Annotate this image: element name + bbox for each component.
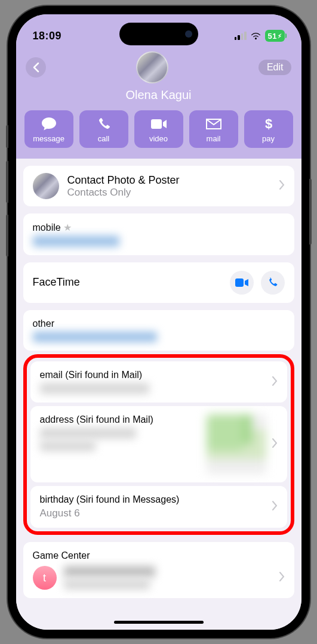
facetime-title: FaceTime <box>33 276 80 289</box>
game-center-name-redacted: xxxxxxxxxxxxxxxxxx <box>64 566 155 577</box>
contact-avatar-small <box>33 173 59 199</box>
game-center-card[interactable]: Game Center t xxxxxxxxxxxxxxxxxx xxxxxxx… <box>23 542 294 598</box>
mobile-number-redacted: XXXXX XXX XXXX <box>33 236 120 247</box>
contact-header: Edit Olena Kagui <box>16 48 301 110</box>
address-map-thumbnail <box>207 414 266 474</box>
content-scroll[interactable]: Contact Photo & Poster Contacts Only mob… <box>16 159 301 630</box>
message-button[interactable]: message <box>24 110 73 148</box>
facetime-video-button[interactable] <box>230 271 254 295</box>
chevron-right-icon <box>279 180 285 192</box>
mobile-card[interactable]: mobile ★ XXXXX XXX XXXX <box>23 213 294 255</box>
contact-avatar[interactable] <box>136 51 168 83</box>
game-center-sub-redacted: xxxxxxxxxxxxxxxxx <box>64 579 150 590</box>
siri-address-card[interactable]: address (Siri found in Mail) xxxxxxxxxxx… <box>30 406 287 482</box>
screen: 18:09 51⚡︎ Edit Ol <box>16 14 301 630</box>
phone-icon <box>267 277 279 289</box>
contact-name: Olena Kagui <box>26 88 292 102</box>
call-label: call <box>98 134 110 143</box>
action-button-row: message call video mail <box>16 110 301 159</box>
dynamic-island <box>119 23 198 45</box>
siri-birthday-value: August 6 <box>40 507 272 519</box>
chevron-right-icon <box>272 438 278 450</box>
siri-address-redacted: xxxxxxxxxxxxxxxxxxx <box>40 428 137 439</box>
photo-poster-subtitle: Contacts Only <box>67 187 271 199</box>
pay-button[interactable]: $ pay <box>244 110 293 148</box>
chevron-right-icon <box>272 501 278 513</box>
wifi-icon <box>250 32 261 40</box>
chevron-right-icon <box>279 572 285 584</box>
video-icon <box>150 116 167 132</box>
video-button[interactable]: video <box>134 110 183 148</box>
siri-address-redacted-2: xxxxxxxxxxx <box>40 441 96 452</box>
call-button[interactable]: call <box>79 110 128 148</box>
facetime-card: FaceTime <box>23 262 294 303</box>
mail-label: mail <box>207 134 221 143</box>
game-center-title: Game Center <box>33 550 285 561</box>
phone-icon <box>97 116 111 132</box>
mail-icon <box>206 116 221 132</box>
siri-email-label: email (Siri found in Mail) <box>40 370 272 380</box>
facetime-audio-button[interactable] <box>261 271 285 295</box>
message-label: message <box>33 134 64 143</box>
status-time: 18:09 <box>33 30 81 42</box>
siri-email-card[interactable]: email (Siri found in Mail) xxxxxxxxxxx@x… <box>30 361 287 402</box>
siri-found-highlight: email (Siri found in Mail) xxxxxxxxxxx@x… <box>23 354 294 535</box>
phone-frame: 18:09 51⚡︎ Edit Ol <box>8 6 310 638</box>
photo-poster-card[interactable]: Contact Photo & Poster Contacts Only <box>23 166 294 206</box>
home-indicator[interactable] <box>114 621 204 624</box>
svg-rect-3 <box>235 278 244 287</box>
pay-label: pay <box>262 134 275 143</box>
other-label: other <box>33 318 285 329</box>
siri-email-redacted: xxxxxxxxxxx@xxxxx.xxx <box>40 383 149 394</box>
chevron-right-icon <box>272 376 278 388</box>
dollar-icon: $ <box>264 116 273 132</box>
video-icon <box>235 278 248 287</box>
mail-button[interactable]: mail <box>189 110 238 148</box>
siri-address-label: address (Siri found in Mail) <box>40 414 201 425</box>
cellular-signal-icon <box>235 32 247 40</box>
siri-birthday-card[interactable]: birthday (Siri found in Messages) August… <box>30 486 287 528</box>
video-label: video <box>149 134 168 143</box>
edit-button[interactable]: Edit <box>258 60 292 75</box>
svg-text:$: $ <box>264 117 272 131</box>
back-button[interactable] <box>26 57 46 78</box>
chevron-left-icon <box>32 62 39 73</box>
photo-poster-title: Contact Photo & Poster <box>67 174 271 187</box>
battery-indicator: 51⚡︎ <box>265 30 285 42</box>
mobile-label: mobile <box>33 222 61 233</box>
siri-birthday-label: birthday (Siri found in Messages) <box>40 494 272 505</box>
other-email-redacted: xxxxxxxxxxxxxx@xxxxx.xxx <box>33 332 158 343</box>
other-email-card[interactable]: other xxxxxxxxxxxxxx@xxxxx.xxx <box>23 310 294 351</box>
svg-rect-0 <box>151 119 162 129</box>
star-icon: ★ <box>63 222 72 233</box>
message-icon <box>41 116 57 132</box>
game-center-avatar: t <box>33 566 57 590</box>
